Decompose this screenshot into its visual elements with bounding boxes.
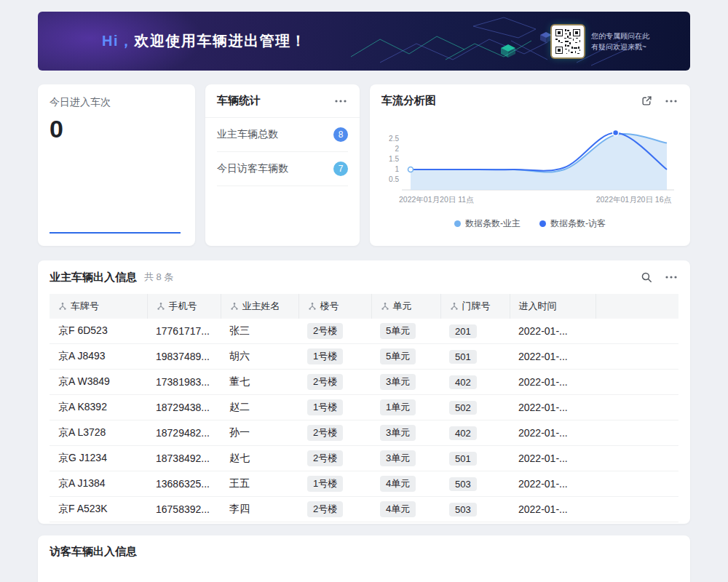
cell-tag: 1单元 [380,399,416,415]
column-header[interactable]: 单元 [371,294,440,319]
cell-unit: 4单元 [371,497,440,522]
cell-name: 孙一 [221,420,298,446]
cell-empty [596,370,678,395]
table-row[interactable]: 京F 6D52317761717...张三2号楼5单元2012022-01-..… [50,319,678,344]
cell-plate: 京F 6D523 [50,319,147,344]
traffic-chart: 0.511.522.52022年01月20日 11点2022年01月20日 16… [370,117,690,230]
qr-caption: 您的专属顾问在此 有疑问欢迎来戳~ [591,31,649,52]
more-icon[interactable] [664,98,678,104]
svg-text:2.5: 2.5 [389,135,399,143]
dashboard-page: Hi，欢迎使用车辆进出管理！ [0,0,728,582]
owner-vehicles-card: 业主车辆出入信息 共 8 条 车牌号手机号业主姓名楼号单元门牌号进入时间 [38,260,690,524]
stat-badge: 7 [333,162,348,176]
stat-badge: 8 [333,127,348,142]
cell-tag: 2号楼 [307,323,343,339]
cell-door: 402 [440,420,510,446]
cell-building: 1号楼 [298,344,371,370]
cell-tag: 4单元 [380,476,416,492]
cell-tag: 402 [449,426,477,440]
cell-name: 王五 [221,471,298,497]
column-header[interactable]: 楼号 [298,294,371,319]
vehicle-stats-card: 车辆统计 业主车辆总数 8 今日访客车辆数 7 [205,84,360,246]
owner-table-title: 业主车辆出入信息 [50,271,137,284]
stat-item-owner-total: 业主车辆总数 8 [217,118,348,152]
column-header[interactable]: 业主姓名 [221,294,298,319]
svg-text:2: 2 [395,145,399,153]
cell-door: 501 [440,446,510,471]
cell-building: 2号楼 [298,370,371,395]
cell-tag: 2号楼 [307,501,343,517]
flow-chart-svg: 0.511.522.52022年01月20日 11点2022年01月20日 16… [381,119,678,212]
cell-empty [596,319,678,344]
table-row[interactable]: 京F A523K16758392...李四2号楼4单元5032022-01-..… [50,497,678,522]
cell-plate: 京F A523K [50,497,147,522]
welcome-banner: Hi，欢迎使用车辆进出管理！ [38,12,690,71]
cell-door: 502 [440,395,510,420]
table-row[interactable]: 京A L372818729482...孙一2号楼3单元4022022-01-..… [50,420,678,446]
legend-item-owner[interactable]: 数据条数-业主 [454,218,521,230]
column-label: 楼号 [320,300,339,311]
cell-door: 501 [440,344,510,370]
greeting-text: 欢迎使用车辆进出管理！ [135,33,307,49]
cell-tag: 3单元 [380,450,416,466]
visitor-vehicles-card: 访客车辆出入信息 截屏 [38,535,690,582]
table-row[interactable]: 京A J138413686325...王五1号楼4单元5032022-01-..… [50,471,678,497]
today-entries-value: 0 [50,115,183,143]
cell-phone: 13686325... [147,471,221,497]
field-type-icon [58,302,67,311]
column-header[interactable]: 手机号 [147,294,221,319]
search-icon[interactable] [639,270,654,284]
column-header[interactable]: 进入时间 [510,294,596,319]
cell-tag: 5单元 [380,323,416,339]
table-row[interactable]: 京G J123418738492...赵七2号楼3单元5012022-01-..… [50,446,678,471]
table-row[interactable]: 京A K839218729438...赵二1号楼1单元5022022-01-..… [50,395,678,420]
cell-name: 张三 [221,319,298,344]
cell-tag: 5单元 [380,348,416,364]
legend-item-visitor[interactable]: 数据条数-访客 [539,218,606,230]
table-row[interactable]: 京A W384917381983...董七2号楼3单元4022022-01-..… [50,370,678,395]
more-icon[interactable] [333,98,348,104]
stat-cards-row: 今日进入车次 0 车辆统计 业主车辆总数 8 今日访客车辆数 7 [38,84,690,246]
cell-plate: 京A W3849 [50,370,147,395]
cell-phone: 18729482... [147,420,221,446]
qr-code-image [554,28,582,55]
qr-code[interactable] [552,25,584,57]
cell-plate: 京G J1234 [50,446,147,471]
table-row[interactable]: 京A J849319837489...胡六1号楼5单元5012022-01-..… [50,344,678,370]
cell-building: 2号楼 [298,319,371,344]
field-type-icon [230,302,239,311]
cell-name: 赵七 [221,446,298,471]
open-external-icon[interactable] [640,94,654,108]
column-header[interactable]: 门牌号 [440,294,510,319]
cell-time: 2022-01-... [510,395,596,420]
cell-empty [596,420,678,446]
column-label: 单元 [393,300,412,311]
owner-table-head: 业主车辆出入信息 共 8 条 [38,260,690,294]
cell-empty [596,497,678,522]
cell-time: 2022-01-... [510,471,596,497]
visitor-table-title: 访客车辆出入信息 [50,545,678,559]
stat-item-label: 今日访客车辆数 [217,162,288,175]
cell-tag: 503 [449,477,477,491]
traffic-chart-card: 车流分析图 0.511.522.52022年01月20日 11点2022年01月… [370,84,690,246]
more-icon[interactable] [664,274,678,280]
cell-empty [596,395,678,420]
column-label: 业主姓名 [242,300,280,311]
cell-door: 503 [440,471,510,497]
cell-tag: 1号楼 [307,399,343,415]
cell-plate: 京A L3728 [50,420,147,446]
qr-caption-line2: 有疑问欢迎来戳~ [591,41,649,52]
owner-table-body: 京F 6D52317761717...张三2号楼5单元2012022-01-..… [50,319,678,522]
cell-plate: 京A J1384 [50,471,147,497]
cell-empty [596,446,678,471]
cell-tag: 2号楼 [307,374,343,390]
stat-item-visitor-today: 今日访客车辆数 7 [217,152,348,186]
cell-phone: 17761717... [147,319,221,344]
cell-name: 董七 [221,370,298,395]
legend-label: 数据条数-业主 [465,218,521,230]
metric-baseline [50,232,181,234]
svg-text:0.5: 0.5 [389,175,399,183]
cell-time: 2022-01-... [510,446,596,471]
cell-phone: 18738492... [147,446,221,471]
column-header[interactable]: 车牌号 [50,294,147,319]
